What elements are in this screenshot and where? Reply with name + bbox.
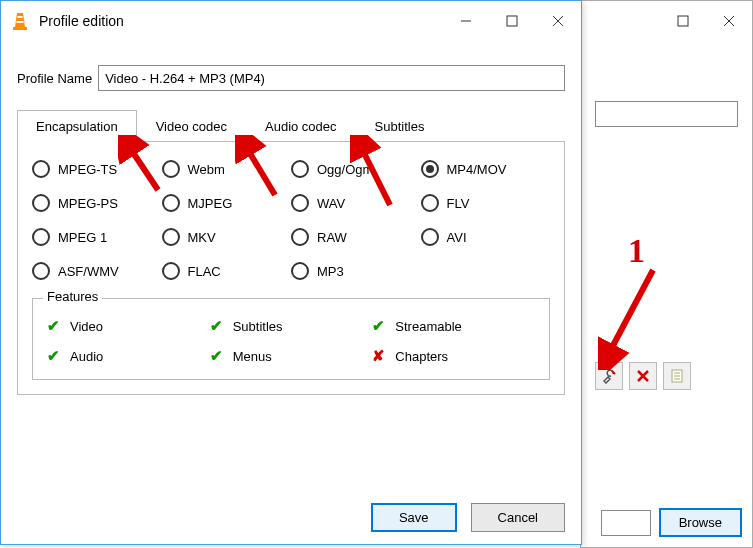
radio-raw[interactable]: RAW xyxy=(291,228,421,246)
radio-wav[interactable]: WAV xyxy=(291,194,421,212)
bg-bottom-row: Browse xyxy=(581,508,742,537)
bg-input-field[interactable] xyxy=(595,101,738,127)
check-icon: ✔ xyxy=(210,317,223,335)
bg-toolbar xyxy=(595,362,738,390)
browse-button[interactable]: Browse xyxy=(659,508,742,537)
bg-close-button[interactable] xyxy=(706,1,752,41)
features-legend: Features xyxy=(43,289,102,304)
profile-name-row: Profile Name xyxy=(17,65,565,91)
check-icon: ✔ xyxy=(372,317,385,335)
radio-webm[interactable]: Webm xyxy=(162,160,292,178)
profile-name-label: Profile Name xyxy=(17,71,92,86)
radio-mkv[interactable]: MKV xyxy=(162,228,292,246)
cancel-button[interactable]: Cancel xyxy=(471,503,565,532)
radio-mjpeg[interactable]: MJPEG xyxy=(162,194,292,212)
bg-maximize-button[interactable] xyxy=(660,1,706,41)
radio-mpeg1[interactable]: MPEG 1 xyxy=(32,228,162,246)
minimize-button[interactable] xyxy=(443,2,489,40)
feature-streamable: ✔Streamable xyxy=(372,317,535,335)
tab-subtitles[interactable]: Subtitles xyxy=(356,110,444,142)
background-window: Browse xyxy=(580,0,753,548)
radio-avi[interactable]: AVI xyxy=(421,228,551,246)
radio-flv[interactable]: FLV xyxy=(421,194,551,212)
close-button[interactable] xyxy=(535,2,581,40)
feature-menus: ✔Menus xyxy=(210,347,373,365)
dialog-button-row: Save Cancel xyxy=(371,503,565,532)
profile-name-input[interactable] xyxy=(98,65,565,91)
save-button[interactable]: Save xyxy=(371,503,457,532)
svg-rect-11 xyxy=(17,21,24,23)
window-controls xyxy=(443,2,581,40)
bg-dest-field[interactable] xyxy=(601,510,651,536)
feature-video: ✔Video xyxy=(47,317,210,335)
check-icon: ✔ xyxy=(210,347,223,365)
tab-bar: Encapsulation Video codec Audio codec Su… xyxy=(17,109,565,142)
encapsulation-panel: MPEG-TS Webm Ogg/Ogm MP4/MOV MPEG-PS MJP… xyxy=(17,142,565,395)
annotation-number-1: 1 xyxy=(628,232,645,270)
radio-mpeg-ts[interactable]: MPEG-TS xyxy=(32,160,162,178)
new-doc-icon xyxy=(670,369,684,383)
svg-rect-12 xyxy=(13,27,27,30)
tab-video-codec[interactable]: Video codec xyxy=(137,110,246,142)
profile-edition-dialog: Profile edition Profile Name Encapsulati… xyxy=(0,0,582,545)
vlc-cone-icon xyxy=(9,10,31,32)
radio-flac[interactable]: FLAC xyxy=(162,262,292,280)
edit-profile-button[interactable] xyxy=(595,362,623,390)
radio-mpeg-ps[interactable]: MPEG-PS xyxy=(32,194,162,212)
cross-icon: ✘ xyxy=(372,347,385,365)
check-icon: ✔ xyxy=(47,317,60,335)
feature-subtitles: ✔Subtitles xyxy=(210,317,373,335)
dialog-content: Profile Name Encapsulation Video codec A… xyxy=(1,41,581,395)
feature-audio: ✔Audio xyxy=(47,347,210,365)
wrench-icon xyxy=(601,368,617,384)
radio-mp4[interactable]: MP4/MOV xyxy=(421,160,551,178)
delete-x-icon xyxy=(637,370,649,382)
svg-rect-10 xyxy=(18,16,23,18)
feature-chapters: ✘Chapters xyxy=(372,347,535,365)
tab-audio-codec[interactable]: Audio codec xyxy=(246,110,356,142)
tab-encapsulation[interactable]: Encapsulation xyxy=(17,110,137,142)
dialog-title: Profile edition xyxy=(39,13,443,29)
svg-rect-14 xyxy=(507,16,517,26)
features-box: Features ✔Video ✔Subtitles ✔Streamable ✔… xyxy=(32,298,550,380)
svg-rect-0 xyxy=(678,16,688,26)
dialog-titlebar: Profile edition xyxy=(1,1,581,41)
radio-asf[interactable]: ASF/WMV xyxy=(32,262,162,280)
radio-ogg[interactable]: Ogg/Ogm xyxy=(291,160,421,178)
radio-mp3[interactable]: MP3 xyxy=(291,262,421,280)
bg-titlebar xyxy=(581,1,752,41)
check-icon: ✔ xyxy=(47,347,60,365)
delete-profile-button[interactable] xyxy=(629,362,657,390)
format-radio-grid: MPEG-TS Webm Ogg/Ogm MP4/MOV MPEG-PS MJP… xyxy=(32,160,550,280)
bg-body xyxy=(581,41,752,400)
new-profile-button[interactable] xyxy=(663,362,691,390)
maximize-button[interactable] xyxy=(489,2,535,40)
